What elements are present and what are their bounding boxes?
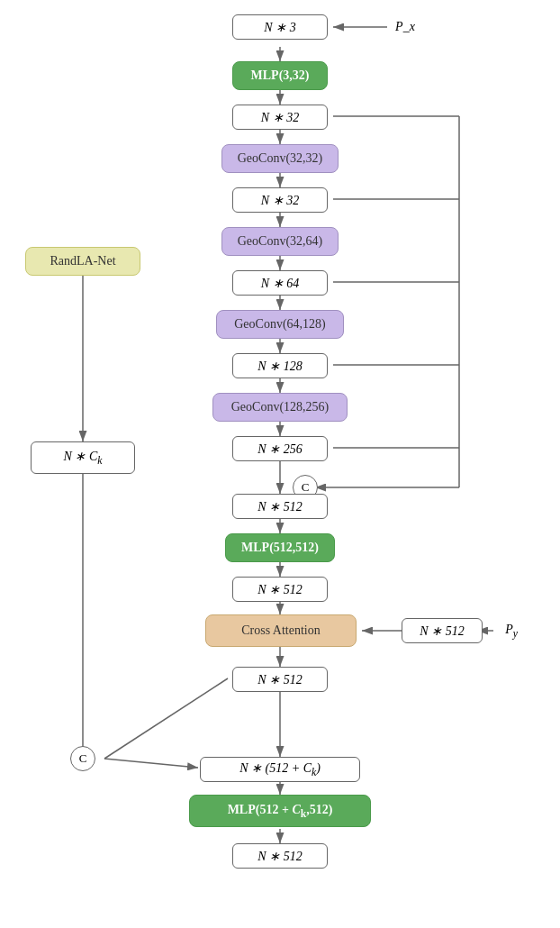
concat-circle-bottom: C [70, 746, 95, 771]
cross-attention-node: Cross Attention [205, 614, 357, 647]
n512-ca-input-node: N ∗ 512 [402, 618, 483, 643]
n512-1-node: N ∗ 512 [232, 494, 328, 519]
mlp512ck-512-node: MLP(512 + Ck,512) [189, 795, 371, 827]
n512-2-node: N ∗ 512 [232, 577, 328, 602]
randla-net-node: RandLA-Net [25, 247, 140, 276]
n256-node: N ∗ 256 [232, 436, 328, 461]
n32-1-node: N ∗ 32 [232, 105, 328, 130]
n512-final-node: N ∗ 512 [232, 843, 328, 869]
geoconv64-128-node: GeoConv(64,128) [216, 310, 344, 339]
svg-line-33 [104, 759, 198, 768]
diagram-container: P_x N ∗ 3 MLP(3,32) N ∗ 32 GeoConv(32,32… [0, 0, 560, 928]
n512-3-node: N ∗ 512 [232, 667, 328, 692]
geoconv32-64-node: GeoConv(32,64) [221, 227, 339, 256]
svg-line-34 [104, 678, 228, 759]
n128-node: N ∗ 128 [232, 353, 328, 378]
n512-ck-node: N ∗ (512 + Ck) [200, 757, 360, 782]
nck-node: N ∗ Ck [31, 441, 135, 474]
n32-2-node: N ∗ 32 [232, 187, 328, 213]
px-label: P_x [387, 16, 423, 38]
geoconv32-32-node: GeoConv(32,32) [221, 144, 339, 173]
n64-node: N ∗ 64 [232, 270, 328, 296]
mlp3-32-node: MLP(3,32) [232, 61, 328, 90]
mlp512-512-node: MLP(512,512) [225, 533, 335, 562]
geoconv128-256-node: GeoConv(128,256) [212, 393, 348, 422]
n3-node: N ∗ 3 [232, 14, 328, 40]
py-label: Py [493, 618, 529, 643]
